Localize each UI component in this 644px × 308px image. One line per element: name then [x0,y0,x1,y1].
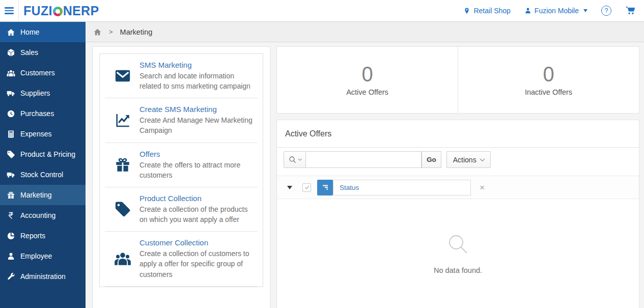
quicklink-description: Create the offers to attract more custom… [139,160,256,180]
location-selector[interactable]: Retail Shop [463,7,510,15]
remove-filter-icon[interactable]: × [480,183,485,192]
sidebar-item-marketing[interactable]: Marketing [0,185,86,205]
empty-message: No data found. [434,266,482,274]
quicklink-sms-marketing[interactable]: SMS Marketing Search and locate informat… [100,54,263,98]
breadcrumb-current: Marketing [120,28,153,36]
empty-state: No data found. [277,199,639,274]
filter-label: Status [340,184,359,191]
quicklink-title[interactable]: SMS Marketing [139,61,256,69]
quicklink-create-sms-marketing[interactable]: Create SMS Marketing Create And Manage N… [100,98,263,142]
sidebar-item-suppliers[interactable]: Suppliers [0,83,86,103]
sidebar-item-stock-control[interactable]: Stock Control [0,164,86,185]
sidebar-item-employee[interactable]: Employee [0,246,86,266]
expand-triangle-icon[interactable] [287,186,292,189]
quicklink-title[interactable]: Create SMS Marketing [139,105,256,114]
pie-chart-icon [6,232,15,240]
main-content: SMS Marketing Search and locate informat… [86,42,644,308]
go-button[interactable]: Go [422,151,441,168]
quicklink-description: Create a collection of the products on w… [139,204,256,225]
sidebar-item-purchases[interactable]: Purchases [0,103,86,124]
sidebar-item-accounting[interactable]: Accounting [0,205,86,226]
trending-chart-icon [106,111,139,129]
search-empty-icon [446,233,470,256]
logo-text-left: FUZI [23,5,52,17]
location-label: Retail Shop [473,7,510,15]
user-icon [524,7,531,14]
breadcrumb-home-icon[interactable] [93,28,102,36]
sidebar-item-label: Sales [20,48,38,57]
gift-icon [106,156,139,174]
quicklink-title[interactable]: Customer Collection [139,238,256,247]
report-toolbar: Go Actions [277,148,639,176]
inactive-offers-label: Inactive Offers [525,88,572,96]
sidebar-item-label: Customers [20,69,55,77]
breadcrumb-separator: > [109,28,113,36]
report-title: Active Offers [277,120,639,148]
active-offers-label: Active Offers [346,88,388,96]
chevron-down-icon [583,9,587,12]
help-icon[interactable]: ? [601,6,611,16]
actions-button[interactable]: Actions [446,151,491,168]
quicklink-offers[interactable]: Offers Create the offers to attract more… [100,143,263,187]
active-offers-stat: 0 Active Offers [277,47,458,113]
active-offers-report-panel: Active Offers Go Actions Status [276,120,639,308]
home-icon [6,28,15,37]
quicklink-title[interactable]: Offers [139,150,256,158]
inactive-offers-count: 0 [543,64,554,85]
topbar-actions: Retail Shop Fuzion Mobile ? [463,6,644,16]
sidebar-item-label: Administration [20,272,66,281]
filter-lines-icon-button[interactable] [317,180,333,195]
app-logo[interactable]: FUZI NERP [23,5,99,17]
sidebar-item-expenses[interactable]: Expenses [0,124,86,144]
envelope-icon [106,67,139,85]
divider [105,286,258,287]
cart-icon[interactable] [625,6,636,16]
sidebar-item-label: Suppliers [20,89,50,97]
user-label: Fuzion Mobile [535,7,579,15]
sidebar-item-label: Accounting [20,211,55,219]
sidebar-item-label: Home [20,28,39,36]
filter-checkbox[interactable] [302,183,311,192]
rupee-icon [6,211,15,220]
sidebar-item-product-pricing[interactable]: Product & Pricing [0,144,86,164]
search-dropdown-button[interactable] [284,151,306,168]
topbar: FUZI NERP Retail Shop Fuzion Mobile ? [0,0,644,22]
quicklink-description: Create a collection of customers to appl… [139,248,256,279]
sidebar-item-sales[interactable]: Sales [0,42,86,63]
sidebar-item-administration[interactable]: Administration [0,266,86,287]
sidebar-item-label: Marketing [20,191,51,199]
quicklink-customer-collection[interactable]: Customer Collection Create a collection … [100,232,263,286]
logo-text-right: NERP [63,5,99,17]
hamburger-menu-icon[interactable] [0,0,19,21]
tag-icon [106,201,139,218]
offers-stats-card: 0 Active Offers 0 Inactive Offers [276,46,639,114]
quicklink-product-collection[interactable]: Product Collection Create a collection o… [100,187,263,231]
check-icon [304,185,310,190]
quicklink-title[interactable]: Product Collection [139,194,256,203]
gift-icon [6,191,15,200]
marketing-quicklinks-panel: SMS Marketing Search and locate informat… [92,46,270,308]
user-icon [6,252,15,261]
sidebar-item-label: Expenses [20,130,51,138]
sidebar-item-reports[interactable]: Reports [0,226,86,246]
user-menu[interactable]: Fuzion Mobile [524,7,587,15]
filter-lines-icon [321,183,329,191]
truck-icon [6,89,15,98]
filter-row: Status × [277,176,639,199]
users-icon [6,69,15,77]
quicklinks-card: SMS Marketing Search and locate informat… [99,53,263,287]
sidebar-item-label: Product & Pricing [20,150,75,158]
chevron-down-icon [480,156,485,161]
wrench-icon [6,272,15,281]
location-pin-icon [463,7,470,15]
sidebar-item-label: Employee [20,252,52,260]
tag-icon [6,150,15,159]
filter-status-pill[interactable]: Status [333,180,471,195]
sidebar-item-home[interactable]: Home [0,22,86,42]
sidebar-item-label: Purchases [20,109,54,118]
search-input[interactable] [306,151,422,168]
sidebar-item-customers[interactable]: Customers [0,63,86,83]
truck-icon [6,171,15,179]
cube-icon [6,48,15,57]
clock-icon [6,109,15,118]
